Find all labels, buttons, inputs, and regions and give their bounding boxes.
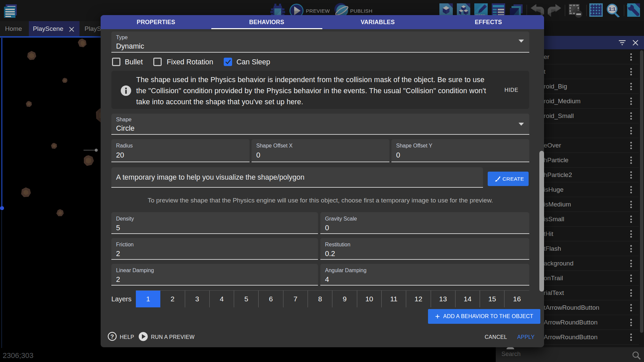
svg-text:?: ? — [110, 334, 114, 340]
svg-text:1:1: 1:1 — [609, 6, 615, 12]
